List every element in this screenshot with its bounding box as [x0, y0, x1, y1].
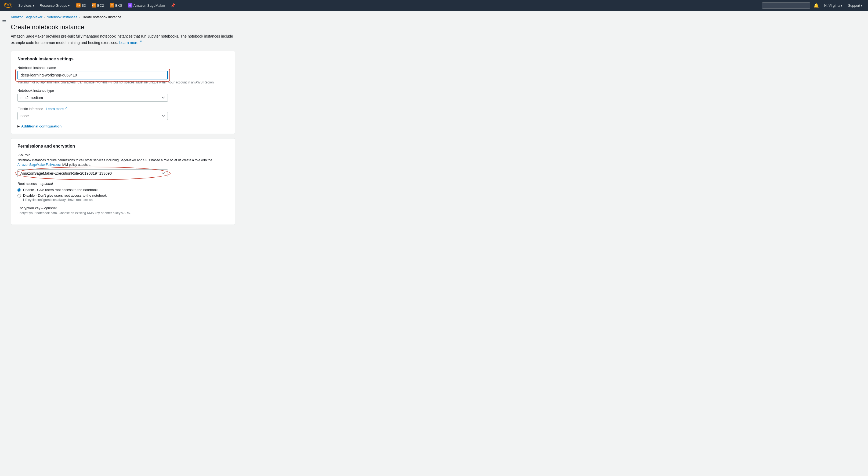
- sidebar-toggle[interactable]: ☰: [0, 15, 8, 26]
- root-access-radio-group: Enable - Give users root access to the n…: [18, 188, 228, 202]
- aws-logo[interactable]: [3, 2, 13, 8]
- nav-right: 🔔 N. Virginia ▾ Support ▾: [762, 2, 865, 9]
- elastic-inference-group: Elastic Inference Learn more ↗ none eia1…: [18, 106, 228, 120]
- notebook-name-input[interactable]: [18, 71, 168, 79]
- region-selector[interactable]: N. Virginia ▾: [822, 2, 845, 9]
- root-disable-label: Disable - Don't give users root access t…: [23, 194, 106, 198]
- root-access-label: Root access – optional: [18, 182, 228, 186]
- support-menu[interactable]: Support ▾: [846, 2, 865, 9]
- page-description: Amazon SageMaker provides pre-built full…: [11, 34, 235, 46]
- root-disable-hint: Lifecycle configurations always have roo…: [23, 198, 106, 202]
- encryption-optional: optional: [44, 206, 57, 210]
- elastic-ext-link-icon: ↗: [65, 106, 67, 109]
- encryption-description: Encrypt your notebook data. Choose an ex…: [18, 211, 228, 215]
- iam-select-wrapper: AmazonSageMaker-ExecutionRole-20190319T1…: [18, 169, 168, 177]
- pinned-s3[interactable]: S3 S3: [74, 2, 88, 9]
- permissions-panel: Permissions and encryption IAM role Note…: [11, 138, 235, 225]
- elastic-inference-select[interactable]: none eia1.medium eia1.large eia1.xlarge: [18, 112, 168, 120]
- iam-role-label: IAM role: [18, 153, 228, 157]
- elastic-inference-label: Elastic Inference Learn more ↗: [18, 106, 228, 111]
- notebook-name-label: Notebook instance name: [18, 66, 228, 70]
- page-title: Create notebook instance: [11, 23, 235, 31]
- notebook-name-group: Notebook instance name Maximum of 63 alp…: [18, 66, 228, 84]
- services-menu[interactable]: Services ▾: [16, 2, 36, 9]
- root-access-optional: optional: [40, 182, 53, 186]
- breadcrumb-sep-2: ›: [79, 15, 80, 19]
- content-area: Amazon SageMaker › Notebook instances › …: [0, 11, 242, 476]
- breadcrumb: Amazon SageMaker › Notebook instances › …: [11, 15, 235, 19]
- encryption-key-group: Encryption key – optional Encrypt your n…: [18, 206, 228, 215]
- eks-icon: ⬡: [110, 3, 114, 7]
- external-link-icon: ↗: [140, 40, 142, 43]
- triangle-icon: ▶: [18, 125, 20, 128]
- encryption-key-label: Encryption key – optional: [18, 206, 228, 210]
- notebook-type-group: Notebook instance type ml.t2.medium ml.t…: [18, 89, 228, 102]
- root-disable-option[interactable]: Disable - Don't give users root access t…: [18, 194, 228, 202]
- iam-role-group: IAM role Notebook instances require perm…: [18, 153, 228, 177]
- sagemaker-icon: ◎: [128, 3, 132, 7]
- breadcrumb-sep-1: ›: [44, 15, 45, 19]
- root-disable-radio[interactable]: [18, 194, 21, 198]
- top-navigation: Services ▾ Resource Groups ▾ S3 S3 EC EC…: [0, 0, 868, 11]
- notebook-name-hint: Maximum of 63 alphanumeric characters. C…: [18, 80, 228, 84]
- additional-config-toggle[interactable]: ▶ Additional configuration: [18, 124, 228, 128]
- pinned-sagemaker[interactable]: ◎ Amazon SageMaker: [126, 2, 167, 9]
- pin-icon[interactable]: 📌: [169, 2, 177, 9]
- s3-icon: S3: [76, 3, 81, 7]
- main-wrapper: Amazon SageMaker › Notebook instances › …: [0, 11, 868, 476]
- ec2-icon: EC: [92, 3, 96, 7]
- resource-groups-menu[interactable]: Resource Groups ▾: [38, 2, 72, 9]
- root-enable-radio[interactable]: [18, 189, 21, 192]
- notebook-type-select[interactable]: ml.t2.medium ml.t2.large ml.t2.xlarge ml…: [18, 94, 168, 102]
- pinned-ec2[interactable]: EC EC2: [90, 2, 106, 9]
- notifications-icon[interactable]: 🔔: [811, 2, 821, 9]
- root-enable-label: Enable - Give users root access to the n…: [23, 188, 98, 192]
- permissions-title: Permissions and encryption: [18, 144, 228, 149]
- pinned-eks[interactable]: ⬡ EKS: [108, 2, 124, 9]
- breadcrumb-current: Create notebook instance: [82, 15, 121, 19]
- pinned-services: S3 S3 EC EC2 ⬡ EKS ◎ Amazon SageMaker 📌: [74, 2, 177, 9]
- root-enable-option[interactable]: Enable - Give users root access to the n…: [18, 188, 228, 192]
- iam-description: Notebook instances require permissions t…: [18, 158, 228, 167]
- elastic-learn-more-link[interactable]: Learn more ↗: [46, 107, 67, 111]
- breadcrumb-parent[interactable]: Notebook instances: [46, 15, 77, 19]
- iam-policy-link[interactable]: AmazonSageMakerFullAccess: [18, 163, 62, 167]
- notebook-type-label: Notebook instance type: [18, 89, 228, 93]
- page-learn-more-link[interactable]: Learn more ↗: [119, 40, 142, 45]
- notebook-type-select-wrapper: ml.t2.medium ml.t2.large ml.t2.xlarge ml…: [18, 94, 168, 102]
- notebook-name-input-wrapper: [18, 71, 168, 79]
- iam-role-select[interactable]: AmazonSageMaker-ExecutionRole-20190319T1…: [18, 169, 168, 177]
- root-access-group: Root access – optional Enable - Give use…: [18, 182, 228, 202]
- search-input[interactable]: [762, 2, 810, 9]
- breadcrumb-root[interactable]: Amazon SageMaker: [11, 15, 42, 19]
- notebook-settings-panel: Notebook instance settings Notebook inst…: [11, 51, 235, 134]
- notebook-settings-title: Notebook instance settings: [18, 57, 228, 62]
- elastic-inference-select-wrapper: none eia1.medium eia1.large eia1.xlarge: [18, 112, 168, 120]
